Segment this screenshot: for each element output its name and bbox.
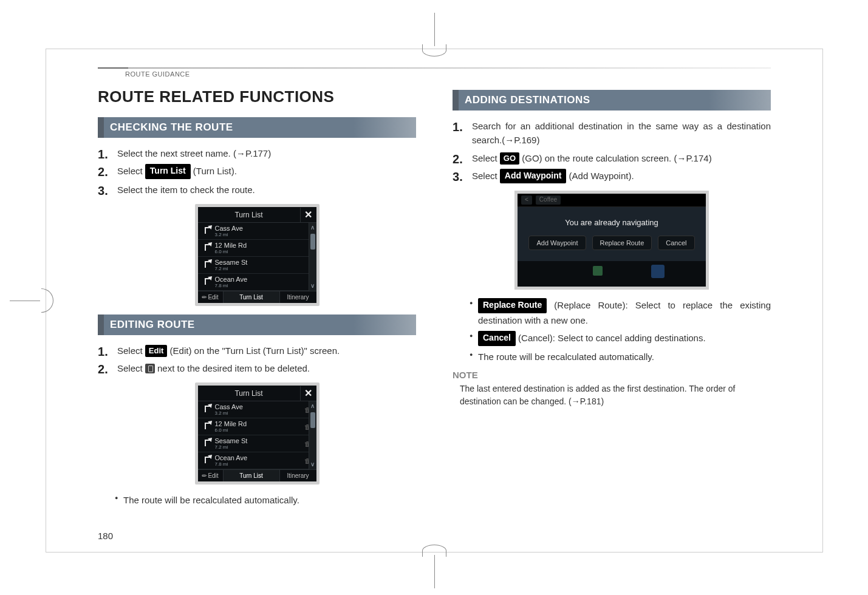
back-chip[interactable]: < [521,195,532,205]
popup-body: You are already navigating Add Waypoint … [518,207,706,261]
section-editing-route: EDITING ROUTE [98,314,416,335]
replace-route-button-label: Replace Route [478,298,547,313]
turn-list-screenshot: Turn List ✕ Cass Ave3.2 mi 12 Mile Rd6.0… [98,204,416,306]
chevron-up-icon[interactable]: ∧ [309,223,316,233]
table-row[interactable]: Cass Ave3.2 mi [198,223,316,240]
row-label: Ocean Ave [215,276,248,283]
popup-top-bar: < Coffee [518,194,706,207]
step-text: Select [472,171,500,181]
table-row[interactable]: Ocean Ave7.8 mi [198,274,316,291]
turn-list-title: Turn List [198,208,301,222]
step-text: (Edit) on the "Turn List (Turn List)" sc… [167,345,340,356]
crop-mark-top-semi [422,44,446,56]
table-row[interactable]: Sesame St7.2 mi 🗑 [198,435,316,452]
crop-mark-bottom-semi [422,545,446,557]
street-name: Ocean Ave7.8 mi [215,454,302,467]
cancel-button[interactable]: Cancel [658,236,694,250]
turn-list-tab[interactable]: Turn List [224,470,280,481]
map-badge-icon [651,265,665,278]
bullet-text: (Cancel): Select to cancel adding destin… [516,333,706,343]
bullet-text: The route will be recalculated automatic… [123,495,299,505]
list-item: Select Add Waypoint (Add Waypoint). [453,169,771,184]
list-item: The route will be recalculated automatic… [115,493,416,507]
bullet-text: The route will be recalculated automatic… [478,352,654,362]
go-button-label: GO [500,152,519,165]
step-text: (Add Waypoint). [566,171,634,181]
turn-right-icon [200,421,213,432]
turn-right-icon [200,455,213,466]
section-adding-destinations: ADDING DESTINATIONS [453,90,771,110]
row-distance: 7.2 mi [215,267,314,272]
checking-route-steps: Select the next street name. (→P.177) Se… [98,146,416,197]
turn-right-icon [200,404,213,415]
tab-label: Edit [208,472,218,479]
turn-list-footer: ✎Edit Turn List Itinerary [198,469,316,481]
list-item: The route will be recalculated automatic… [470,350,771,364]
close-icon[interactable]: ✕ [301,207,316,222]
turn-list-panel: Turn List ✕ Cass Ave3.2 mi 12 Mile Rd6.0… [195,204,320,306]
scrollbar-thumb[interactable] [310,412,315,428]
row-label: Ocean Ave [215,454,248,461]
scrollbar[interactable]: ∧ ∨ [309,401,316,469]
turn-list-tab[interactable]: Turn List [224,291,280,303]
chevron-down-icon[interactable]: ∨ [309,281,316,291]
note-heading: NOTE [453,370,771,380]
table-row[interactable]: Sesame St7.2 mi [198,257,316,274]
add-waypoint-button-label: Add Waypoint [500,169,567,184]
table-row[interactable]: Cass Ave3.2 mi 🗑 [198,401,316,418]
adding-destinations-bullets: Replace Route (Replace Route): Select to… [470,298,771,364]
turn-list-header: Turn List ✕ [198,386,316,401]
street-name: Ocean Ave7.8 mi [215,276,314,289]
table-row[interactable]: 12 Mile Rd6.0 mi [198,240,316,257]
table-row[interactable]: 12 Mile Rd6.0 mi 🗑 [198,418,316,435]
itinerary-tab[interactable]: Itinerary [280,291,316,303]
add-waypoint-button[interactable]: Add Waypoint [528,236,586,250]
itinerary-tab[interactable]: Itinerary [280,470,316,481]
page-title: ROUTE RELATED FUNCTIONS [98,87,416,106]
scrollbar-track[interactable] [309,233,316,281]
navigating-popup-screenshot: < Coffee You are already navigating Add … [453,191,771,290]
popup-map-strip [518,261,706,287]
step-text: Select [117,345,145,356]
running-head: ROUTE GUIDANCE [98,70,771,78]
turn-right-icon [200,243,213,254]
replace-route-button[interactable]: Replace Route [592,236,652,250]
turn-list-title: Turn List [198,386,301,401]
page-sheet: ROUTE GUIDANCE ROUTE RELATED FUNCTIONS C… [46,49,823,552]
step-text: Select the item to check the route. [117,185,255,195]
row-distance: 6.0 mi [215,428,302,433]
row-label: 12 Mile Rd [215,242,247,249]
step-text: Select [472,153,500,163]
row-distance: 7.8 mi [215,284,314,289]
street-name: Cass Ave3.2 mi [215,403,302,416]
crop-mark-top [434,13,435,46]
chevron-down-icon[interactable]: ∨ [309,460,316,469]
section-checking-route: CHECKING THE ROUTE [98,117,416,138]
turn-right-icon [200,438,213,449]
step-text: Select [117,166,145,176]
close-icon[interactable]: ✕ [301,386,316,401]
chevron-up-icon[interactable]: ∧ [309,401,316,411]
page-number: 180 [98,531,113,541]
step-text: next to the desired item to be deleted. [155,363,310,373]
street-name: Sesame St7.2 mi [215,437,302,450]
table-row[interactable]: Ocean Ave7.8 mi 🗑 [198,452,316,469]
turn-list-footer: ✎Edit Turn List Itinerary [198,291,316,303]
street-name: Sesame St7.2 mi [215,259,314,272]
row-distance: 3.2 mi [215,411,302,416]
scrollbar-track[interactable] [309,411,316,460]
note-body: The last entered destination is added as… [453,382,771,408]
step-text: (GO) on the route calculation screen. (→… [519,153,712,163]
scrollbar[interactable]: ∧ ∨ [309,223,316,291]
edit-tab[interactable]: ✎Edit [198,470,224,481]
edit-tab[interactable]: ✎Edit [198,291,224,303]
crop-mark-bottom [434,555,435,588]
turn-right-icon [200,277,213,288]
scrollbar-thumb[interactable] [310,234,315,250]
street-name: 12 Mile Rd6.0 mi [215,420,302,433]
row-label: Cass Ave [215,225,243,232]
tab-label: Edit [208,294,218,301]
popup-button-row: Add Waypoint Replace Route Cancel [518,236,706,250]
nav-popup-panel: < Coffee You are already navigating Add … [514,191,709,290]
list-item: Replace Route (Replace Route): Select to… [470,298,771,327]
